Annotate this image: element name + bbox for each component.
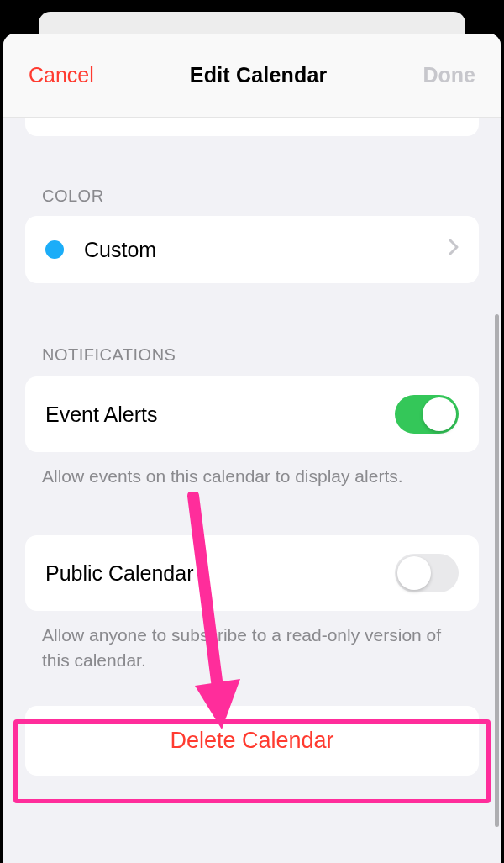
color-section: COLOR Custom <box>25 187 479 283</box>
navbar: Cancel Edit Calendar Done <box>3 34 501 118</box>
cancel-button[interactable]: Cancel <box>29 63 94 87</box>
color-swatch-icon <box>45 240 64 259</box>
event-alerts-row: Event Alerts <box>25 376 479 452</box>
delete-calendar-button[interactable]: Delete Calendar <box>25 706 479 776</box>
color-section-header: COLOR <box>25 187 479 216</box>
public-calendar-label: Public Calendar <box>45 561 395 586</box>
content-scroll[interactable]: COLOR Custom NOTIFICATIONS Event Alerts … <box>3 118 501 863</box>
color-row[interactable]: Custom <box>25 216 479 283</box>
public-calendar-footer: Allow anyone to subscribe to a read-only… <box>25 611 479 672</box>
done-button[interactable]: Done <box>423 63 475 87</box>
notifications-section-header: NOTIFICATIONS <box>25 345 479 375</box>
chevron-right-icon <box>449 239 459 260</box>
public-calendar-toggle[interactable] <box>395 554 459 592</box>
previous-group-tail <box>25 118 479 136</box>
event-alerts-footer: Allow events on this calendar to display… <box>25 452 479 488</box>
scrollbar[interactable] <box>495 314 499 827</box>
toggle-knob <box>423 397 456 431</box>
delete-calendar-label: Delete Calendar <box>170 728 333 753</box>
public-calendar-section: Public Calendar Allow anyone to subscrib… <box>25 535 479 672</box>
event-alerts-toggle[interactable] <box>395 395 459 434</box>
color-value-label: Custom <box>84 238 449 262</box>
edit-calendar-sheet: Cancel Edit Calendar Done COLOR Custom N… <box>3 34 501 863</box>
event-alerts-label: Event Alerts <box>45 403 395 427</box>
toggle-knob <box>397 556 431 590</box>
page-title: Edit Calendar <box>190 63 328 87</box>
notifications-section: NOTIFICATIONS Event Alerts Allow events … <box>25 345 479 488</box>
public-calendar-row: Public Calendar <box>25 535 479 611</box>
